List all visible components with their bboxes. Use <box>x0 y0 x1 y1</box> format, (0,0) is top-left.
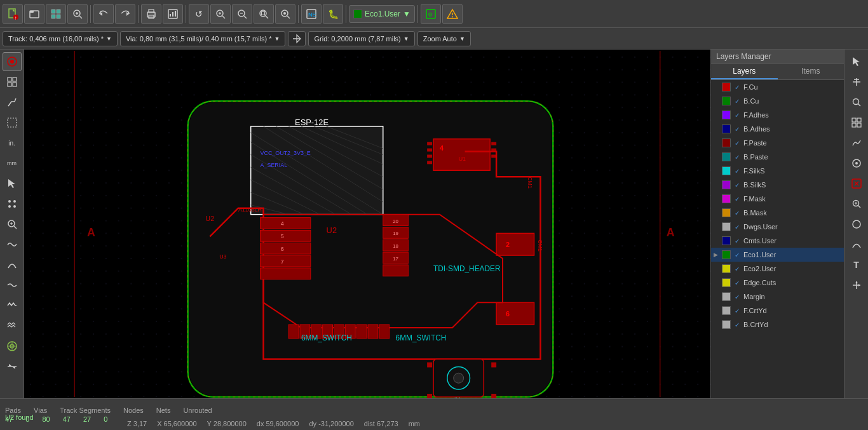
refresh-button[interactable]: ↺ <box>189 4 209 24</box>
layer-item[interactable]: ✓Edge.Cuts <box>711 276 844 290</box>
units-tool[interactable]: mm <box>3 154 22 173</box>
board-stats-tool[interactable] <box>847 113 866 132</box>
inspect-button[interactable] <box>67 4 88 24</box>
zoom-area-button[interactable] <box>275 4 295 24</box>
layer-visibility-check[interactable]: ✓ <box>733 320 742 329</box>
select-arrow-tool[interactable] <box>847 52 866 71</box>
redo-button[interactable] <box>115 4 135 24</box>
layer-visibility-check[interactable]: ✓ <box>733 292 742 301</box>
zoom-in-button[interactable] <box>210 4 231 24</box>
layer-item[interactable]: ✓F.Cu <box>711 80 844 94</box>
track-info[interactable]: Track: 0,406 mm (16,00 mils) * <box>3 31 118 46</box>
layer-visibility-check[interactable]: ✓ <box>733 222 742 231</box>
add-footprint-tool[interactable] <box>3 72 22 91</box>
layer-item[interactable]: ✓F.Mask <box>711 192 844 206</box>
coord-origin-tool[interactable] <box>847 276 866 295</box>
layer-visibility-check[interactable]: ✓ <box>733 124 742 133</box>
layer-visibility-check[interactable]: ✓ <box>733 152 742 161</box>
text-draw-tool[interactable]: T <box>847 255 866 274</box>
right-area: Layers Manager Layers Items ✓F.Cu✓B.Cu✓F… <box>710 50 868 398</box>
layer-item[interactable]: ✓F.SilkS <box>711 164 844 178</box>
inspect-net-tool[interactable] <box>847 194 866 213</box>
zoom-info[interactable]: Zoom Auto <box>417 31 471 46</box>
layer-item[interactable]: ✓F.Paste <box>711 136 844 150</box>
layer-selector[interactable]: Eco1.User ▼ <box>349 5 415 23</box>
layer-item[interactable]: ✓B.SilkS <box>711 178 844 192</box>
tab-items[interactable]: Items <box>778 64 844 79</box>
layer-item[interactable]: ✓B.Mask <box>711 206 844 220</box>
layer-item[interactable]: ✓Margin <box>711 290 844 304</box>
arc-draw-tool[interactable] <box>847 235 866 254</box>
layer-visibility-check[interactable]: ✓ <box>733 111 742 119</box>
pad-inspector-tool[interactable] <box>3 194 22 213</box>
add-anchor-tool[interactable] <box>847 72 866 91</box>
drc-button[interactable]: 🐛 <box>323 4 343 24</box>
plot-button[interactable] <box>163 4 183 24</box>
layer-visibility-check[interactable]: ✓ <box>733 83 742 91</box>
layer-name-label: Eco1.User <box>743 251 841 259</box>
undo-button[interactable] <box>93 4 114 24</box>
open-button[interactable] <box>24 4 44 24</box>
flip-board-tool[interactable] <box>3 357 22 376</box>
layer-visibility-check[interactable]: ✓ <box>733 236 742 245</box>
layer-item[interactable]: ✓F.Adhes <box>711 108 844 122</box>
main-area: in. mm <box>0 50 868 398</box>
add-rule-area-tool[interactable] <box>3 113 22 132</box>
layer-visibility-check[interactable]: ✓ <box>733 278 742 287</box>
layer-visibility-check[interactable]: ✓ <box>733 250 742 259</box>
nodes-stat: Nodes <box>123 406 144 414</box>
layer-visibility-check[interactable]: ✓ <box>733 180 742 189</box>
zoom-out-button[interactable] <box>232 4 252 24</box>
via-info[interactable]: Via: 0,80 mm (31,5 mils)/ 0,40 mm (15,7 … <box>120 31 286 46</box>
zoom-fit-button[interactable] <box>254 4 274 24</box>
push-shove-tool[interactable] <box>3 276 22 295</box>
layer-visibility-check[interactable]: ✓ <box>733 138 742 147</box>
svg-rect-118 <box>261 255 311 267</box>
layer-item[interactable]: ✓Dwgs.User <box>711 220 844 234</box>
interactive-router-settings[interactable] <box>288 31 306 46</box>
alert-button[interactable] <box>442 4 463 24</box>
route-tracks-tool[interactable] <box>3 93 22 112</box>
svg-text:5: 5 <box>281 233 284 239</box>
pad-number-tool[interactable] <box>847 154 866 173</box>
layer-visibility-check[interactable]: ✓ <box>733 194 742 203</box>
layer-item[interactable]: ✓Cmts.User <box>711 234 844 248</box>
measure-tool[interactable]: in. <box>3 133 22 152</box>
layer-item[interactable]: ✓F.CrtYd <box>711 304 844 318</box>
circle-draw-tool[interactable] <box>847 215 866 234</box>
net-highlight-tool[interactable] <box>847 133 866 152</box>
svg-rect-8 <box>57 15 60 18</box>
pcb-canvas[interactable]: A A <box>24 50 710 398</box>
board-setup-button[interactable]: ⚙ <box>421 4 441 24</box>
layer-visibility-check[interactable]: ✓ <box>733 166 742 175</box>
layer-name-label: F.Paste <box>743 139 841 147</box>
layer-visibility-check[interactable]: ✓ <box>733 97 742 105</box>
layer-item[interactable]: ✓B.Paste <box>711 150 844 164</box>
layer-item[interactable]: ✓B.CrtYd <box>711 318 844 332</box>
pcb-view: A A <box>24 50 710 398</box>
diff-pair-tuning-tool[interactable] <box>3 316 22 335</box>
local-ratsnest-tool[interactable] <box>3 235 22 254</box>
tab-layers[interactable]: Layers <box>711 64 778 79</box>
net-inspector-button[interactable]: NET <box>301 4 322 24</box>
zoom-inspector-tool[interactable] <box>847 93 866 112</box>
interactive-router-tool[interactable] <box>3 337 22 356</box>
modules-button[interactable] <box>46 4 66 24</box>
arc-tool[interactable] <box>3 255 22 274</box>
layer-visibility-check[interactable]: ✓ <box>733 306 742 315</box>
print-button[interactable] <box>141 4 161 24</box>
layer-item[interactable]: ✓Eco2.User <box>711 262 844 276</box>
layer-item[interactable]: ✓B.Cu <box>711 94 844 108</box>
layer-item[interactable]: ▶✓Eco1.User <box>711 248 844 262</box>
layer-item[interactable]: ✓B.Adhes <box>711 122 844 136</box>
drc-tool[interactable] <box>847 174 866 193</box>
select-tool[interactable] <box>3 174 22 193</box>
search-tool[interactable] <box>3 215 22 234</box>
layer-visibility-check[interactable]: ✓ <box>733 208 742 217</box>
highlight-net-tool[interactable] <box>3 52 22 71</box>
grid-info[interactable]: Grid: 0,2000 mm (7,87 mils) <box>308 31 414 46</box>
length-tuning-tool[interactable] <box>3 296 22 315</box>
layer-visibility-check[interactable]: ✓ <box>733 264 742 273</box>
new-button[interactable]: ↑ <box>3 4 23 24</box>
svg-rect-47 <box>13 77 17 81</box>
